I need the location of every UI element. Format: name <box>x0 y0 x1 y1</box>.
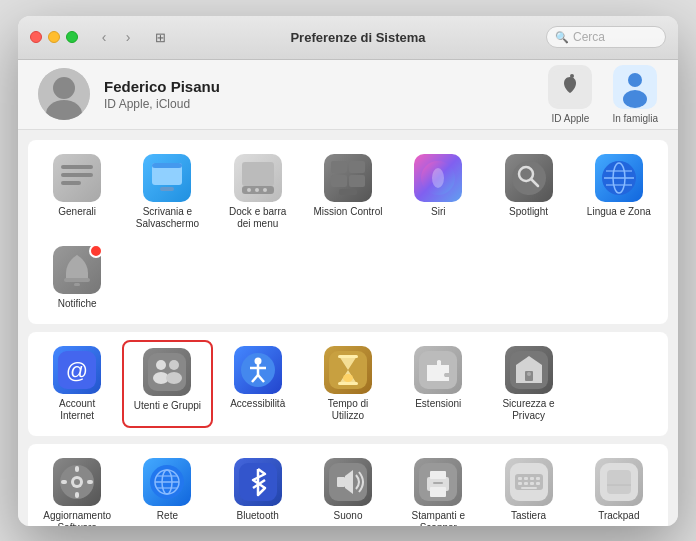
notification-badge <box>89 244 103 258</box>
user-row: Federico Pisanu ID Apple, iCloud ID Appl… <box>18 60 678 130</box>
svg-point-6 <box>628 73 642 87</box>
utenti-label: Utenti e Gruppi <box>134 400 201 412</box>
apple-id-icon <box>548 65 592 109</box>
svg-rect-34 <box>64 278 90 282</box>
estensioni-label: Estensioni <box>415 398 461 410</box>
svg-rect-35 <box>74 283 80 286</box>
svg-point-39 <box>156 360 166 370</box>
accessibilita-icon <box>234 346 282 394</box>
app-icon-suono[interactable]: Suono <box>303 452 393 526</box>
notifiche-icon <box>53 246 101 294</box>
siri-label: Siri <box>431 206 445 218</box>
grid-view-button[interactable]: ⊞ <box>150 27 170 47</box>
svg-rect-9 <box>61 173 93 177</box>
account-icon: @ <box>53 346 101 394</box>
bluetooth-icon <box>234 458 282 506</box>
apple-id-action[interactable]: ID Apple <box>548 65 592 124</box>
svg-rect-22 <box>349 175 365 187</box>
scrivania-icon <box>143 154 191 202</box>
tastiera-label: Tastiera <box>511 510 546 522</box>
app-icon-mission[interactable]: Mission Control <box>303 148 393 236</box>
suono-label: Suono <box>334 510 363 522</box>
rete-label: Rete <box>157 510 178 522</box>
lingua-icon <box>595 154 643 202</box>
svg-rect-13 <box>160 187 174 191</box>
family-action[interactable]: In famiglia <box>612 65 658 124</box>
avatar[interactable] <box>38 68 90 120</box>
section-3: Aggiornamento Software <box>28 444 668 526</box>
user-info: Federico Pisanu ID Apple, iCloud <box>104 78 548 111</box>
svg-rect-61 <box>75 466 79 472</box>
aggiornamento-label: Aggiornamento Software <box>41 510 113 526</box>
utenti-icon <box>143 348 191 396</box>
app-icon-aggiornamento[interactable]: Aggiornamento Software <box>32 452 122 526</box>
app-icon-dock[interactable]: Dock e barra dei menu <box>213 148 303 236</box>
stampanti-label: Stampanti e Scanner <box>402 510 474 526</box>
svg-text:@: @ <box>66 358 88 383</box>
svg-rect-87 <box>518 482 522 485</box>
svg-point-7 <box>623 90 647 108</box>
svg-rect-84 <box>524 477 528 480</box>
user-actions: ID Apple In famiglia <box>548 65 658 124</box>
app-icon-sicurezza[interactable]: Sicurezza e Privacy <box>483 340 573 428</box>
app-icon-account[interactable]: @ Account Internet <box>32 340 122 428</box>
app-icon-scrivania[interactable]: Scrivania e Salvaschermo <box>122 148 212 236</box>
sicurezza-icon <box>505 346 553 394</box>
app-icon-spotlight[interactable]: Spotlight <box>483 148 573 236</box>
svg-rect-8 <box>61 165 93 169</box>
app-icon-lingua[interactable]: Lingua e Zona <box>574 148 664 236</box>
svg-rect-63 <box>61 480 67 484</box>
app-icon-generali[interactable]: Generali <box>32 148 122 236</box>
user-subtitle: ID Apple, iCloud <box>104 97 548 111</box>
svg-rect-23 <box>339 189 357 195</box>
svg-point-4 <box>570 74 574 78</box>
svg-point-44 <box>254 357 261 364</box>
svg-rect-91 <box>521 487 537 489</box>
app-icon-stampanti[interactable]: Stampanti e Scanner <box>393 452 483 526</box>
svg-rect-38 <box>148 353 186 391</box>
trackpad-icon <box>595 458 643 506</box>
svg-rect-93 <box>607 470 631 494</box>
app-icon-accessibilita[interactable]: Accessibilità <box>213 340 303 428</box>
svg-rect-83 <box>518 477 522 480</box>
back-button[interactable]: ‹ <box>94 27 114 47</box>
bluetooth-label: Bluetooth <box>237 510 279 522</box>
svg-rect-79 <box>430 487 446 497</box>
apple-id-label: ID Apple <box>552 113 590 124</box>
app-icon-estensioni[interactable]: Estensioni <box>393 340 483 428</box>
close-button[interactable] <box>30 31 42 43</box>
search-bar[interactable]: 🔍 Cerca <box>546 26 666 48</box>
stampanti-icon <box>414 458 462 506</box>
user-name: Federico Pisanu <box>104 78 548 95</box>
svg-rect-88 <box>524 482 528 485</box>
app-icon-utenti[interactable]: Utenti e Gruppi <box>122 340 212 428</box>
tempo-label: Tempo di Utilizzo <box>312 398 384 422</box>
search-placeholder: Cerca <box>573 30 605 44</box>
section-1: Generali Scrivania e Salvaschermo <box>28 140 668 324</box>
svg-rect-64 <box>87 480 93 484</box>
svg-point-26 <box>512 161 546 195</box>
app-icon-trackpad[interactable]: Trackpad <box>574 452 664 526</box>
app-icon-notifiche[interactable]: Notifiche <box>32 240 122 316</box>
notifiche-label: Notifiche <box>58 298 97 310</box>
family-label: In famiglia <box>612 113 658 124</box>
app-icon-rete[interactable]: Rete <box>122 452 212 526</box>
dock-label: Dock e barra dei menu <box>222 206 294 230</box>
app-icon-tempo[interactable]: Tempo di Utilizzo <box>303 340 393 428</box>
section-2: @ Account Internet <box>28 332 668 436</box>
svg-rect-86 <box>536 477 540 480</box>
aggiornamento-icon <box>53 458 101 506</box>
tempo-icon <box>324 346 372 394</box>
mission-icon <box>324 154 372 202</box>
svg-rect-20 <box>349 161 365 173</box>
svg-rect-19 <box>331 161 347 173</box>
trackpad-label: Trackpad <box>598 510 639 522</box>
content-area: Generali Scrivania e Salvaschermo <box>18 130 678 526</box>
minimize-button[interactable] <box>48 31 60 43</box>
forward-button[interactable]: › <box>118 27 138 47</box>
app-icon-siri[interactable]: Siri <box>393 148 483 236</box>
generali-icon <box>53 154 101 202</box>
app-icon-bluetooth[interactable]: Bluetooth <box>213 452 303 526</box>
maximize-button[interactable] <box>66 31 78 43</box>
app-icon-tastiera[interactable]: Tastiera <box>483 452 573 526</box>
